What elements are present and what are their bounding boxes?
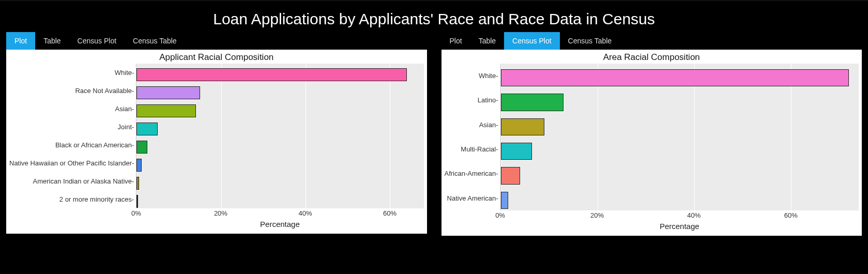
right-bar bbox=[501, 167, 520, 184]
left-chart-title: Applicant Racial Composition bbox=[9, 52, 424, 63]
left-plot-body: White-Race Not Available-Asian-Joint-Bla… bbox=[9, 64, 424, 208]
right-bar-row bbox=[501, 66, 859, 90]
right-x-axis: 0%20%40%60% bbox=[445, 211, 859, 221]
page-root: Loan Applications by Applicants' Race an… bbox=[0, 0, 868, 246]
left-xlabel-text: Percentage bbox=[260, 220, 300, 229]
right-tab-census-plot[interactable]: Census Plot bbox=[504, 32, 559, 50]
left-x-axis: 0%20%40%60% bbox=[9, 209, 424, 219]
left-xtick: 60% bbox=[383, 209, 397, 217]
right-ylabel: African-American- bbox=[445, 162, 498, 186]
left-chart-box: Applicant Racial Composition White-Race … bbox=[6, 50, 427, 234]
right-xaxis-inner: 0%20%40%60% bbox=[500, 211, 859, 221]
left-xtick: 40% bbox=[298, 209, 312, 217]
right-tabs: PlotTableCensus PlotCensus Table bbox=[441, 32, 862, 50]
right-tab-plot[interactable]: Plot bbox=[441, 32, 470, 50]
left-bar-row bbox=[136, 156, 423, 174]
left-bar bbox=[136, 104, 195, 117]
right-plot-body: White-Latino-Asian-Multi-Racial-African-… bbox=[445, 64, 859, 210]
right-tab-table[interactable]: Table bbox=[470, 32, 504, 50]
right-ylabel: Asian- bbox=[445, 113, 498, 136]
left-tab-table[interactable]: Table bbox=[35, 32, 69, 50]
left-xtick: 0% bbox=[131, 209, 141, 217]
left-ylabel: 2 or more minority races- bbox=[9, 191, 134, 208]
left-xlabel: Percentage bbox=[9, 220, 424, 229]
right-xtick: 0% bbox=[495, 211, 505, 219]
right-tab-census-table[interactable]: Census Table bbox=[560, 32, 620, 50]
right-bar bbox=[501, 143, 532, 160]
top-divider bbox=[0, 0, 868, 1]
right-bar bbox=[501, 94, 564, 111]
panels-row: PlotTableCensus PlotCensus Table Applica… bbox=[0, 32, 868, 236]
left-bar-row bbox=[136, 102, 423, 120]
left-xaxis-inner: 0%20%40%60% bbox=[136, 209, 423, 219]
right-xtick: 20% bbox=[590, 211, 604, 219]
right-bars bbox=[501, 64, 859, 215]
right-bar bbox=[501, 69, 849, 86]
left-bars bbox=[136, 64, 423, 212]
left-ylabel: White- bbox=[9, 64, 134, 82]
right-xaxis-spacer bbox=[445, 211, 500, 221]
right-chart-title: Area Racial Composition bbox=[445, 52, 859, 63]
right-ylabel: Latino- bbox=[445, 88, 498, 112]
right-bar-row bbox=[501, 90, 859, 114]
right-xlabel: Percentage bbox=[445, 222, 859, 231]
left-ylabel: Black or African American- bbox=[9, 136, 134, 154]
left-bar-row bbox=[136, 192, 423, 210]
right-xtick: 60% bbox=[784, 211, 798, 219]
right-ylabels: White-Latino-Asian-Multi-Racial-African-… bbox=[445, 64, 500, 210]
left-bar bbox=[136, 141, 147, 154]
right-bar-row bbox=[501, 163, 859, 188]
left-tab-plot[interactable]: Plot bbox=[6, 32, 35, 50]
left-ylabels: White-Race Not Available-Asian-Joint-Bla… bbox=[9, 64, 136, 208]
page-title: Loan Applications by Applicants' Race an… bbox=[0, 10, 868, 28]
left-ylabel: Native Hawaiian or Other Pacific Islande… bbox=[9, 155, 134, 172]
right-plot-area bbox=[500, 64, 859, 210]
left-ylabel: Asian- bbox=[9, 100, 134, 118]
left-bar bbox=[136, 195, 138, 208]
left-bar-row bbox=[136, 138, 423, 156]
right-bar-row bbox=[501, 139, 859, 163]
left-tabs: PlotTableCensus PlotCensus Table bbox=[6, 32, 427, 50]
left-ylabel: Race Not Available- bbox=[9, 82, 134, 100]
left-bar-row bbox=[136, 84, 423, 102]
right-chart-box: Area Racial Composition White-Latino-Asi… bbox=[441, 50, 862, 236]
left-bar-row bbox=[136, 174, 423, 192]
right-ylabel: Multi-Racial- bbox=[445, 138, 498, 161]
left-bar bbox=[136, 68, 407, 81]
right-ylabel: White- bbox=[445, 64, 498, 88]
right-xlabel-text: Percentage bbox=[660, 222, 699, 231]
left-plot-area bbox=[136, 64, 423, 208]
right-bar-row bbox=[501, 188, 859, 212]
left-bar-row bbox=[136, 120, 423, 138]
right-bar bbox=[501, 118, 544, 135]
left-xtick: 20% bbox=[214, 209, 227, 217]
right-xtick: 40% bbox=[687, 211, 701, 219]
left-ylabel: American Indian or Alaska Native- bbox=[9, 173, 134, 190]
right-panel: PlotTableCensus PlotCensus Table Area Ra… bbox=[441, 32, 862, 236]
left-bar bbox=[136, 123, 158, 135]
right-bar-row bbox=[501, 115, 859, 139]
left-xaxis-spacer bbox=[9, 209, 136, 219]
left-tab-census-table[interactable]: Census Table bbox=[125, 32, 185, 50]
left-tab-census-plot[interactable]: Census Plot bbox=[69, 32, 125, 50]
right-bar bbox=[501, 192, 508, 209]
left-bar bbox=[136, 86, 200, 99]
left-bar bbox=[136, 159, 142, 172]
left-bar-row bbox=[136, 66, 423, 84]
right-ylabel: Native American- bbox=[445, 186, 498, 210]
left-panel: PlotTableCensus PlotCensus Table Applica… bbox=[6, 32, 427, 236]
left-ylabel: Joint- bbox=[9, 118, 134, 136]
left-bar bbox=[136, 177, 139, 190]
